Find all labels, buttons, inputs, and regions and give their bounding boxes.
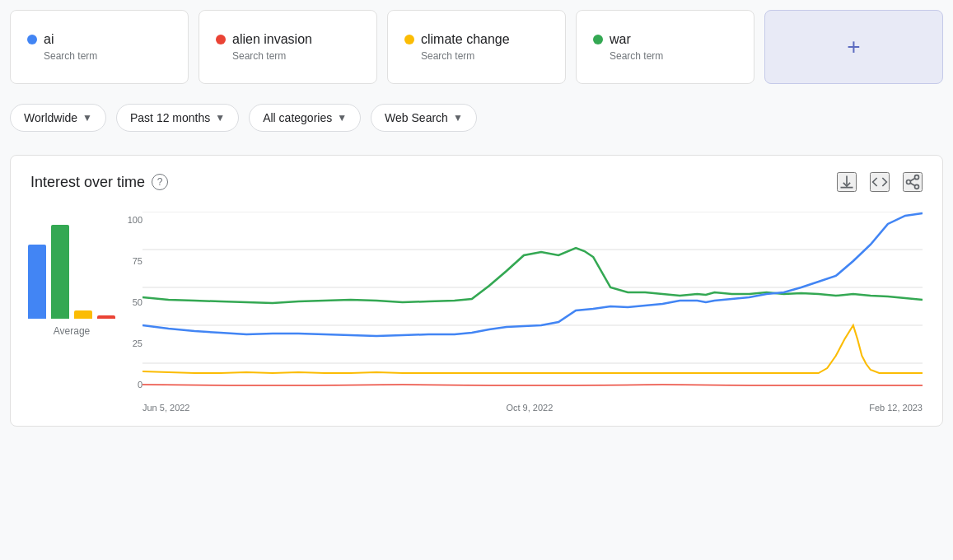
filter-category[interactable]: All categories ▼	[249, 104, 361, 132]
line-chart-wrapper: 100 75 50 25 0	[113, 212, 923, 413]
line-climate-change	[142, 248, 923, 303]
avg-section: Average	[30, 212, 113, 413]
y-label-100: 100	[128, 215, 142, 225]
filter-time-label: Past 12 months	[130, 111, 210, 124]
svg-point-1	[907, 180, 911, 184]
add-search-term-card[interactable]: +	[764, 10, 943, 84]
y-label-75: 75	[133, 256, 142, 266]
embed-button[interactable]	[870, 172, 890, 192]
y-label-50: 50	[133, 297, 142, 307]
filter-location[interactable]: Worldwide ▼	[10, 104, 106, 132]
search-term-name-climate-change: climate change	[404, 32, 549, 47]
chevron-down-icon-location: ▼	[82, 112, 92, 124]
search-term-card-alien-invasion[interactable]: alien invasion Search term	[199, 10, 377, 84]
x-axis: Jun 5, 2022 Oct 9, 2022 Feb 12, 2023	[142, 401, 923, 413]
filter-type-label: Web Search	[385, 111, 448, 124]
y-label-25: 25	[133, 338, 142, 348]
svg-line-3	[910, 183, 915, 185]
y-axis: 100 75 50 25 0	[113, 212, 142, 413]
chart-actions	[837, 172, 923, 192]
search-term-label-climate-change: climate change	[421, 32, 510, 47]
search-term-card-climate-change[interactable]: climate change Search term	[387, 10, 566, 84]
dot-ai	[27, 35, 37, 44]
avg-bars	[28, 220, 115, 319]
chevron-down-icon-type: ▼	[453, 112, 463, 124]
avg-bar-war	[51, 225, 69, 319]
share-button[interactable]	[903, 172, 923, 192]
dot-alien-invasion	[216, 35, 226, 44]
search-term-sub-ai: Search term	[44, 50, 171, 62]
search-term-sub-climate-change: Search term	[421, 50, 549, 62]
search-term-card-ai[interactable]: ai Search term	[10, 10, 189, 84]
chart-section: Interest over time ?	[10, 155, 943, 427]
x-label-jun: Jun 5, 2022	[142, 403, 190, 413]
filters-row: Worldwide ▼ Past 12 months ▼ All categor…	[10, 97, 943, 138]
search-terms-row: ai Search term alien invasion Search ter…	[10, 10, 943, 84]
filter-location-label: Worldwide	[24, 111, 77, 124]
search-term-name-alien-invasion: alien invasion	[216, 32, 360, 47]
avg-label: Average	[54, 325, 90, 337]
svg-chart-container: Jun 5, 2022 Oct 9, 2022 Feb 12, 2023	[142, 212, 923, 413]
search-term-sub-war: Search term	[610, 50, 737, 62]
filter-type[interactable]: Web Search ▼	[371, 104, 477, 132]
x-label-oct: Oct 9, 2022	[506, 403, 553, 413]
line-war	[142, 325, 923, 373]
chart-title: Interest over time	[30, 174, 145, 191]
search-term-label-ai: ai	[44, 32, 54, 47]
search-term-name-war: war	[593, 32, 737, 47]
add-icon: +	[847, 35, 860, 58]
chart-content: Average 100 75 50 25 0	[30, 212, 923, 413]
dot-war	[593, 35, 603, 44]
download-button[interactable]	[837, 172, 857, 192]
chevron-down-icon-time: ▼	[215, 112, 225, 124]
chevron-down-icon-category: ▼	[337, 112, 347, 124]
line-alien-invasion	[142, 385, 923, 385]
search-term-sub-alien-invasion: Search term	[232, 50, 360, 62]
chart-title-row: Interest over time ?	[30, 174, 168, 191]
help-icon[interactable]: ?	[152, 174, 168, 190]
svg-point-2	[915, 184, 919, 189]
dot-climate-change	[404, 35, 414, 44]
search-term-card-war[interactable]: war Search term	[576, 10, 754, 84]
avg-bar-climate	[74, 310, 92, 319]
filter-time[interactable]: Past 12 months ▼	[116, 104, 239, 132]
x-label-feb: Feb 12, 2023	[869, 403, 923, 413]
search-term-label-war: war	[610, 32, 631, 47]
line-ai	[142, 213, 923, 336]
svg-line-4	[910, 178, 915, 180]
svg-point-0	[915, 175, 919, 180]
search-term-name-ai: ai	[27, 32, 171, 47]
search-term-label-alien-invasion: alien invasion	[232, 32, 312, 47]
filter-category-label: All categories	[263, 111, 332, 124]
line-chart-svg	[142, 212, 923, 401]
avg-bar-ai	[28, 245, 46, 319]
chart-header: Interest over time ?	[30, 172, 923, 192]
